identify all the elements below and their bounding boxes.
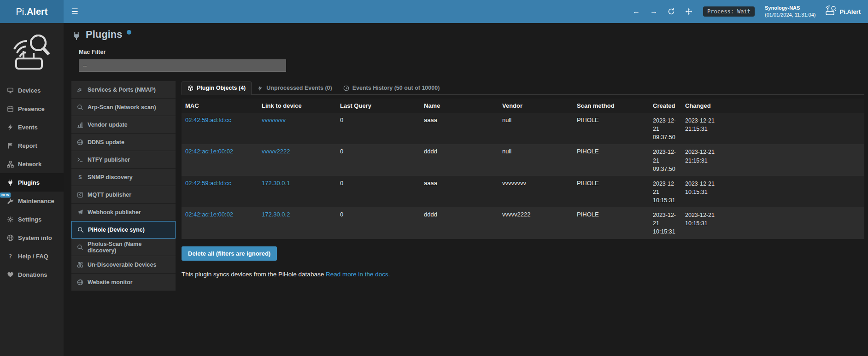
plugin-nav-item-vendor-update[interactable]: Vendor update bbox=[71, 116, 176, 134]
plugin-nav-item-mqtt[interactable]: MQTT publisher bbox=[71, 186, 176, 204]
sidebar-item-label: Presence bbox=[18, 105, 45, 112]
page-title: Plugins bbox=[86, 29, 122, 41]
plugin-nav-item-website-monitor[interactable]: Website monitor bbox=[71, 274, 176, 291]
plugin-nav-label: Un-Discoverable Devices bbox=[88, 262, 156, 268]
globe-icon bbox=[77, 139, 83, 146]
name-cell: aaaa bbox=[420, 113, 499, 144]
host-name: Synology-NAS bbox=[765, 5, 816, 12]
plugin-description-text: This plugin syncs devices from the PiHol… bbox=[182, 271, 324, 278]
sidebar-item-donations[interactable]: Donations bbox=[0, 265, 64, 284]
tab-unprocessed-events[interactable]: Unprocessed Events (0) bbox=[252, 82, 337, 94]
plugin-description: This plugin syncs devices from the PiHol… bbox=[182, 271, 864, 278]
plugin-nav-item-pholus[interactable]: Pholus-Scan (Name discovery) bbox=[71, 239, 176, 256]
column-header-link: Link to device bbox=[258, 99, 336, 113]
plugin-nav: Services & Ports (NMAP) Arp-Scan (Networ… bbox=[71, 81, 176, 291]
sidebar-item-label: Plugins bbox=[18, 179, 40, 186]
created-cell: 2023-12-21 10:15:31 bbox=[649, 207, 681, 239]
search-icon bbox=[77, 244, 83, 251]
mac-link[interactable]: 02:42:ac:1e:00:02 bbox=[185, 211, 233, 218]
refresh-icon[interactable] bbox=[667, 7, 676, 16]
last-query-cell: 0 bbox=[336, 113, 420, 144]
plug-icon bbox=[72, 30, 81, 41]
device-link[interactable]: 172.30.0.1 bbox=[262, 180, 290, 187]
host-info: Synology-NAS (01/01/2024, 11:31:04) bbox=[765, 5, 816, 18]
cube-icon bbox=[188, 85, 194, 91]
changed-cell: 2023-12-21 10:15:31 bbox=[681, 207, 864, 239]
column-header-vendor: Vendor bbox=[499, 99, 573, 113]
pialert-mini-logo-icon bbox=[825, 5, 837, 18]
plugin-nav-item-undiscoverable[interactable]: Un-Discoverable Devices bbox=[71, 256, 176, 274]
device-link[interactable]: vvvvv2222 bbox=[262, 148, 290, 155]
help-badge[interactable] bbox=[127, 30, 131, 35]
mac-filter-block: Mac Filter bbox=[79, 49, 868, 72]
search-icon bbox=[77, 104, 83, 111]
sidebar-item-label: Settings bbox=[18, 216, 41, 223]
plugin-nav-item-nmap[interactable]: Services & Ports (NMAP) bbox=[71, 81, 176, 99]
sidebar-item-label: Devices bbox=[18, 87, 41, 94]
changed-cell: 2023-12-21 10:15:31 bbox=[681, 176, 864, 207]
delete-all-button[interactable]: Delete all (filters are ignored) bbox=[182, 246, 277, 261]
send-icon bbox=[77, 209, 83, 216]
sidebar-item-network[interactable]: Network bbox=[0, 155, 64, 173]
move-icon[interactable] bbox=[684, 7, 693, 16]
column-header-created: Created bbox=[649, 99, 681, 113]
mac-filter-label: Mac Filter bbox=[79, 49, 868, 55]
sidebar-item-events[interactable]: Events bbox=[0, 118, 64, 136]
table-header-row: MAC Link to device Last Query Name Vendo… bbox=[182, 99, 864, 113]
sidebar-item-presence[interactable]: Presence bbox=[0, 99, 64, 118]
created-cell: 2023-12-21 09:37:50 bbox=[649, 113, 681, 144]
sidebar: Devices Presence Events Report Network P… bbox=[0, 23, 64, 356]
vendor-cell: null bbox=[499, 144, 573, 175]
bar-chart-icon bbox=[77, 122, 83, 128]
scan-method-cell: PIHOLE bbox=[573, 176, 649, 207]
sidebar-item-help-faq[interactable]: ? Help / FAQ bbox=[0, 247, 64, 265]
question-icon: ? bbox=[7, 253, 14, 260]
bolt-icon bbox=[257, 85, 263, 91]
mac-filter-input[interactable] bbox=[79, 59, 286, 72]
clock-icon bbox=[343, 85, 349, 91]
page-header: Plugins bbox=[64, 23, 868, 41]
plugin-nav-item-pihole[interactable]: PiHole (Device sync) bbox=[71, 221, 176, 239]
sidebar-item-maintenance[interactable]: NEW Maintenance bbox=[0, 192, 64, 210]
plugin-nav-item-webhook[interactable]: Webhook publisher bbox=[71, 204, 176, 221]
mqtt-icon bbox=[77, 192, 83, 198]
sidebar-item-plugins[interactable]: Plugins bbox=[0, 173, 64, 192]
terminal-icon bbox=[77, 157, 83, 163]
plugin-nav-item-ddns-update[interactable]: DDNS update bbox=[71, 134, 176, 151]
tab-events-history[interactable]: Events History (50 out of 10000) bbox=[338, 82, 446, 94]
sidebar-item-settings[interactable]: Settings bbox=[0, 210, 64, 228]
back-arrow-icon[interactable]: ← bbox=[632, 7, 641, 16]
mac-link[interactable]: 02:42:ac:1e:00:02 bbox=[185, 148, 233, 155]
calendar-icon bbox=[7, 105, 14, 112]
tab-label: Plugin Objects (4) bbox=[197, 85, 246, 91]
globe-icon bbox=[77, 279, 83, 286]
tabs-bar: Plugin Objects (4) Unprocessed Events (0… bbox=[182, 81, 864, 95]
read-more-link[interactable]: Read more in the docs. bbox=[326, 271, 390, 278]
sidebar-item-system-info[interactable]: System info bbox=[0, 228, 64, 247]
name-cell: dddd bbox=[420, 207, 499, 239]
table-row: 02:42:ac:1e:00:02 172.30.0.2 0 dddd vvvv… bbox=[182, 207, 864, 239]
mac-link[interactable]: 02:42:59:ad:fd:cc bbox=[185, 117, 231, 123]
plugin-nav-item-arp-scan[interactable]: Arp-Scan (Network scan) bbox=[71, 99, 176, 116]
mac-link[interactable]: 02:42:59:ad:fd:cc bbox=[185, 180, 231, 187]
hamburger-menu-icon[interactable]: ☰ bbox=[64, 0, 86, 23]
plugin-nav-label: SNMP discovery bbox=[88, 174, 133, 181]
plugin-nav-label: DDNS update bbox=[88, 139, 124, 146]
created-cell: 2023-12-21 10:15:31 bbox=[649, 176, 681, 207]
device-link[interactable]: vvvvvvvv bbox=[262, 117, 286, 123]
tab-plugin-objects[interactable]: Plugin Objects (4) bbox=[182, 82, 252, 95]
forward-arrow-icon[interactable]: → bbox=[649, 7, 658, 16]
plugin-nav-item-ntfy[interactable]: NTFY publisher bbox=[71, 151, 176, 169]
new-badge: NEW bbox=[0, 193, 11, 198]
sidebar-item-label: System info bbox=[18, 234, 52, 241]
binoculars-icon bbox=[77, 262, 83, 268]
sidebar-item-report[interactable]: Report bbox=[0, 136, 64, 155]
plugin-nav-item-snmp[interactable]: S SNMP discovery bbox=[71, 169, 176, 186]
device-link[interactable]: 172.30.0.2 bbox=[262, 211, 290, 218]
sidebar-item-devices[interactable]: Devices bbox=[0, 81, 64, 99]
plugin-objects-table: MAC Link to device Last Query Name Vendo… bbox=[182, 99, 864, 239]
brand-logo[interactable]: Pi.Alert bbox=[0, 0, 64, 23]
name-cell: aaaa bbox=[420, 176, 499, 207]
vendor-cell: null bbox=[499, 113, 573, 144]
vendor-cell: vvvvvvvv bbox=[499, 176, 573, 207]
